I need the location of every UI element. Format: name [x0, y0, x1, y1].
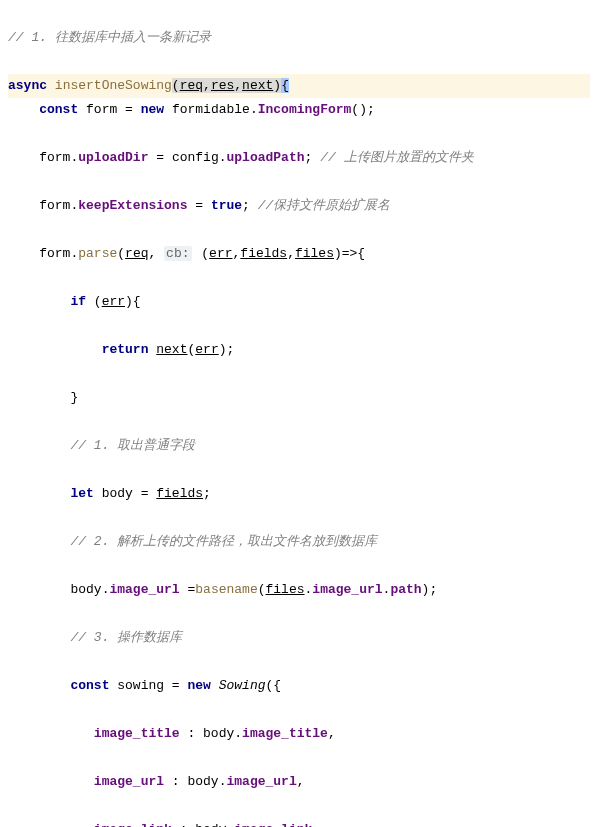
comment: // 1. 取出普通字段: [70, 438, 195, 453]
fn-call: basename: [195, 582, 257, 597]
code-line: image_title : body.image_title,: [8, 722, 590, 746]
param-req: req: [180, 78, 203, 93]
method: IncomingForm: [258, 102, 352, 117]
prop: image_title: [242, 726, 328, 741]
ref: next: [156, 342, 187, 357]
code-line: // 1. 往数据库中插入一条新记录: [8, 26, 590, 50]
var: body: [102, 486, 133, 501]
function-name: insertOneSowing: [55, 78, 172, 93]
ref: body: [70, 582, 101, 597]
class-name: Sowing: [219, 678, 266, 693]
ref: form: [39, 198, 70, 213]
comment: //保持文件原始扩展名: [258, 198, 391, 213]
param-next: next: [242, 78, 273, 93]
code-line: let body = fields;: [8, 482, 590, 506]
prop: keepExtensions: [78, 198, 187, 213]
code-line: return next(err);: [8, 338, 590, 362]
prop: image_title: [94, 726, 180, 741]
keyword-async: async: [8, 78, 47, 93]
ref: form: [39, 246, 70, 261]
ref: formidable: [172, 102, 250, 117]
prop: uploadDir: [78, 150, 148, 165]
code-block: // 1. 往数据库中插入一条新记录 async insertOneSowing…: [0, 0, 598, 827]
prop: path: [390, 582, 421, 597]
code-line: const form = new formidable.IncomingForm…: [8, 98, 590, 122]
prop: image_link: [234, 822, 312, 827]
code-line: // 1. 取出普通字段: [8, 434, 590, 458]
ref: body: [203, 726, 234, 741]
ref: err: [102, 294, 125, 309]
comment: // 上传图片放置的文件夹: [320, 150, 473, 165]
code-line: // 3. 操作数据库: [8, 626, 590, 650]
param-req: req: [125, 246, 148, 261]
code-line: body.image_url =basename(files.image_url…: [8, 578, 590, 602]
prop: image_url: [312, 582, 382, 597]
code-line: form.keepExtensions = true; //保持文件原始扩展名: [8, 194, 590, 218]
prop: image_url: [94, 774, 164, 789]
keyword-if: if: [70, 294, 86, 309]
var: sowing: [117, 678, 164, 693]
keyword-true: true: [211, 198, 242, 213]
code-line: }: [8, 386, 590, 410]
keyword-return: return: [102, 342, 149, 357]
prop: image_url: [226, 774, 296, 789]
ref: fields: [156, 486, 203, 501]
code-line: image_link : body.image_link,: [8, 818, 590, 827]
comment: // 1. 往数据库中插入一条新记录: [8, 30, 211, 45]
comment: // 3. 操作数据库: [70, 630, 182, 645]
code-line: form.uploadDir = config.uploadPath; // 上…: [8, 146, 590, 170]
ref: files: [266, 582, 305, 597]
code-line-highlighted: async insertOneSowing(req,res,next){: [8, 74, 590, 98]
keyword-new: new: [141, 102, 164, 117]
code-line: if (err){: [8, 290, 590, 314]
param-res: res: [211, 78, 234, 93]
ref: err: [195, 342, 218, 357]
prop: image_link: [94, 822, 172, 827]
param-fields: fields: [240, 246, 287, 261]
ref: body: [187, 774, 218, 789]
var: form: [86, 102, 117, 117]
hint-cb: cb:: [164, 246, 191, 261]
comment: // 2. 解析上传的文件路径，取出文件名放到数据库: [70, 534, 377, 549]
param-err: err: [209, 246, 232, 261]
param-files: files: [295, 246, 334, 261]
code-line: // 2. 解析上传的文件路径，取出文件名放到数据库: [8, 530, 590, 554]
code-line: const sowing = new Sowing({: [8, 674, 590, 698]
code-line: form.parse(req, cb: (err,fields,files)=>…: [8, 242, 590, 266]
keyword-const: const: [70, 678, 109, 693]
code-line: image_url : body.image_url,: [8, 770, 590, 794]
keyword-new: new: [187, 678, 210, 693]
method: parse: [78, 246, 117, 261]
keyword-let: let: [70, 486, 93, 501]
prop: uploadPath: [227, 150, 305, 165]
prop: image_url: [109, 582, 179, 597]
ref: body: [195, 822, 226, 827]
ref: config: [172, 150, 219, 165]
keyword-const: const: [39, 102, 78, 117]
ref: form: [39, 150, 70, 165]
